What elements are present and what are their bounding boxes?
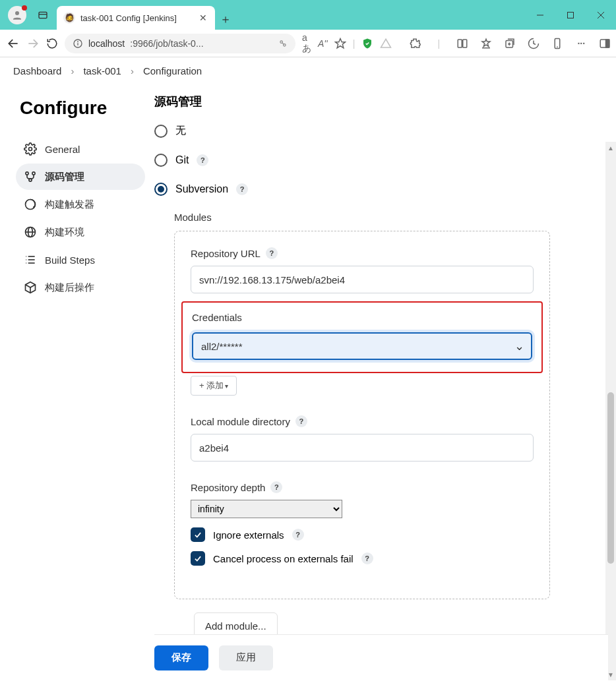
favorite-icon[interactable] [334,34,346,53]
shield-icon[interactable] [361,34,373,53]
radio-label: Git [175,154,189,166]
radio-checked-icon [154,183,168,196]
svg-point-0 [15,11,19,15]
sidebar-item-label: 构建环境 [45,226,84,239]
local-dir-label: Local module directory ? [191,415,534,427]
svg-point-11 [78,42,78,42]
local-dir-input[interactable] [191,434,534,462]
sidebar-item-build-steps[interactable]: Build Steps [16,247,145,273]
credentials-select[interactable]: all2/****** ⌄ [192,332,532,360]
mobile-icon[interactable] [547,34,567,53]
browser-tab[interactable]: 🧔 task-001 Config [Jenkins] ✕ [57,6,215,30]
help-icon[interactable]: ? [295,415,307,427]
url-path: :9966/job/task-0... [130,38,203,49]
save-button[interactable]: 保存 [154,645,208,670]
chevron-right-icon: › [131,65,134,76]
split-screen-icon[interactable] [452,34,472,53]
warning-icon[interactable] [380,34,392,53]
add-credentials-button[interactable]: + 添加 ▾ [191,376,237,396]
address-bar: localhost:9966/job/task-0... aあ A'' | | … [0,30,616,57]
close-window-button[interactable] [586,0,616,30]
sidebar-item-general[interactable]: General [16,136,145,162]
cancel-on-externals-row[interactable]: Cancel process on externals fail ? [191,551,534,566]
person-icon [11,9,23,21]
help-icon[interactable]: ? [266,247,278,259]
collections-icon[interactable] [500,34,520,53]
scrollbar[interactable]: ▲ ▼ [605,142,616,680]
scroll-up-icon[interactable]: ▲ [605,142,616,154]
divider: | [429,34,448,53]
svg-rect-27 [606,40,609,47]
help-icon[interactable]: ? [292,529,304,541]
checkbox-label: Ignore externals [213,529,284,541]
text-size-icon[interactable]: A'' [318,34,328,53]
svg-rect-18 [463,40,467,47]
help-icon[interactable]: ? [197,154,208,166]
help-icon[interactable]: ? [270,481,282,493]
scroll-thumb[interactable] [607,392,614,564]
tab-grid-icon [38,10,48,20]
performance-icon[interactable] [524,34,543,53]
credentials-label: Credentials [192,312,532,323]
checkbox-label: Cancel process on externals fail [213,553,354,564]
apply-button[interactable]: 应用 [219,645,273,670]
sidebar-item-scm[interactable]: 源码管理 [16,164,145,190]
svg-marker-19 [482,39,490,46]
scm-option-subversion[interactable]: Subversion ? [154,183,598,196]
permissions-icon[interactable] [278,39,288,48]
help-icon[interactable]: ? [236,183,248,195]
breadcrumb: Dashboard › task-001 › Configuration [0,57,616,84]
new-tab-button[interactable]: ＋ [215,9,236,30]
config-sidebar: Configure General 源码管理 构建触发器 构建环境 Build … [0,84,152,680]
jenkins-favicon: 🧔 [63,12,75,24]
label-text: Credentials [192,312,242,323]
svg-marker-15 [335,38,345,47]
module-box: Repository URL ? Credentials all2/******… [174,231,550,599]
minimize-button[interactable] [525,0,555,30]
scm-option-none[interactable]: 无 [154,124,598,138]
sidebar-item-triggers[interactable]: 构建触发器 [16,191,145,218]
forward-button[interactable] [26,34,40,53]
sidebar-item-post-build[interactable]: 构建后操作 [16,274,145,301]
svg-point-28 [29,148,32,151]
crumb-page: Configuration [143,65,202,76]
svg-line-14 [282,42,284,44]
radio-label: Subversion [175,183,228,195]
translate-icon[interactable]: aあ [302,34,311,53]
profile-avatar[interactable] [8,6,26,24]
tab-actions-button[interactable] [32,4,54,26]
crumb-dashboard[interactable]: Dashboard [13,65,61,76]
extensions-icon[interactable] [405,34,425,53]
repo-url-input[interactable] [191,266,534,293]
ignore-externals-row[interactable]: Ignore externals ? [191,527,534,542]
favorites-bar-icon[interactable] [476,34,496,53]
depth-select[interactable]: infinity [191,500,342,518]
crumb-job[interactable]: task-001 [83,65,121,76]
repo-url-label: Repository URL ? [191,247,534,259]
close-tab-icon[interactable]: ✕ [198,13,208,23]
page-title: Configure [20,98,145,119]
section-heading-scm: 源码管理 [154,94,598,109]
checkbox-checked-icon [191,551,205,566]
url-field[interactable]: localhost:9966/job/task-0... [65,34,295,53]
sidebar-item-env[interactable]: 构建环境 [16,219,145,245]
sidebar-item-label: Build Steps [45,254,95,266]
back-button[interactable] [7,34,20,53]
modules-label: Modules [174,212,598,223]
sidebar-item-label: 构建触发器 [45,198,94,211]
credentials-value: all2/****** [201,341,243,352]
caret-down-icon: ▾ [225,382,228,390]
refresh-button[interactable] [46,34,58,53]
maximize-button[interactable] [555,0,586,30]
label-text: Repository URL [191,248,261,259]
chevron-down-icon: ⌄ [514,339,524,353]
more-icon[interactable]: ··· [571,34,591,53]
sidebar-toggle-icon[interactable] [595,34,615,53]
add-label: + 添加 [199,380,224,392]
globe-icon [24,225,37,239]
depth-label: Repository depth ? [191,481,534,493]
footer: 保存 应用 [154,634,608,680]
help-icon[interactable]: ? [361,552,373,564]
scm-option-git[interactable]: Git ? [154,154,598,167]
sidebar-item-label: 源码管理 [45,171,84,183]
